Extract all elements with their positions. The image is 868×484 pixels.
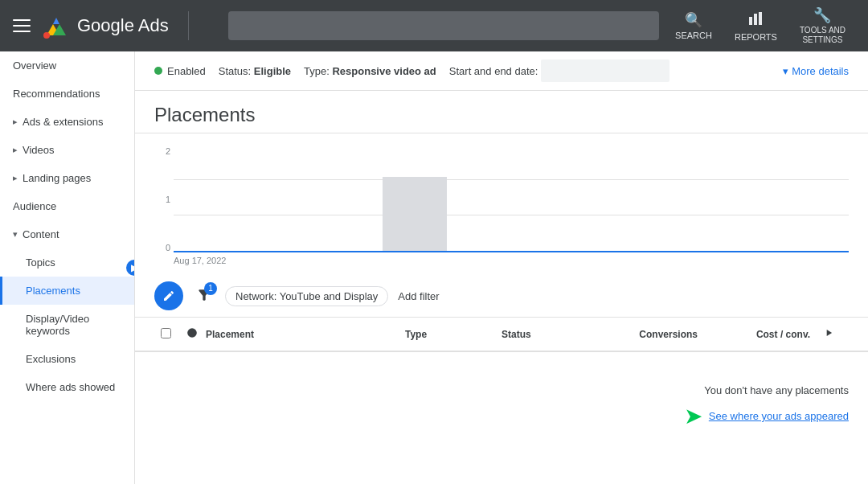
reports-action-icon <box>747 10 764 31</box>
svg-rect-8 <box>759 12 762 25</box>
logo: Google Ads <box>42 11 169 40</box>
header-left: Google Ads <box>13 11 222 40</box>
status-col-header <box>180 324 199 344</box>
more-details-label: More details <box>792 65 849 77</box>
checkbox-header <box>154 325 180 344</box>
sidebar-item-label: Recommendations <box>13 88 100 100</box>
app-body: OverviewRecommendations▸Ads & extensions… <box>0 51 868 484</box>
type-field: Type: Responsive video ad <box>304 65 436 77</box>
more-details-btn[interactable]: ▾ More details <box>783 65 849 77</box>
logo-icon <box>42 11 71 40</box>
enabled-status: Enabled <box>154 65 206 77</box>
search-action-btn[interactable]: 🔍 SEARCH <box>665 6 722 45</box>
page-title: Placements <box>154 104 849 126</box>
sidebar-item-landing-pages[interactable]: ▸Landing pages <box>0 164 134 192</box>
table-header: Placement Type Status Conversions Cost /… <box>135 318 868 352</box>
filter-button[interactable]: 1 <box>193 284 215 309</box>
sidebar-item-recommendations[interactable]: Recommendations <box>0 80 134 108</box>
sidebar-item-label: Videos <box>23 144 55 156</box>
add-filter-label: Add filter <box>398 290 439 302</box>
sidebar-item-label: Landing pages <box>23 172 91 184</box>
svg-rect-6 <box>749 17 752 25</box>
empty-message: You don't have any placements <box>154 384 849 396</box>
chart-area: 2 1 0 Aug 17, 2022 <box>135 133 868 275</box>
status-field: Status: Eligible <box>219 65 291 77</box>
search-action-icon: 🔍 <box>685 11 702 29</box>
chevron-right-icon: ▸ <box>13 117 18 127</box>
sidebar-item-audience[interactable]: Audience <box>0 192 134 220</box>
header-actions: 🔍 SEARCH REPORTS 🔧 TOOLS ANDSETTINGS <box>665 2 855 50</box>
header-search-area <box>228 11 659 40</box>
network-filter-chip[interactable]: Network: YouTube and Display <box>225 286 388 306</box>
search-action-label: SEARCH <box>675 31 712 40</box>
arrow-icon: ➤ <box>684 403 702 429</box>
page-title-area: Placements <box>135 91 868 133</box>
status-label: Status: <box>219 65 251 77</box>
status-value: Eligible <box>254 65 291 77</box>
placement-col-header: Placement <box>199 326 399 343</box>
filter-chip-label: Network: YouTube and Display <box>235 290 378 302</box>
hamburger-menu[interactable] <box>13 16 32 35</box>
chevron-down-icon: ▾ <box>783 65 788 77</box>
svg-point-5 <box>43 32 50 39</box>
edit-button[interactable] <box>154 281 183 310</box>
reports-action-label: REPORTS <box>735 32 777 42</box>
chart-grid-line-1 <box>174 215 849 215</box>
sidebar-item-where-ads-showed[interactable]: Where ads showed <box>0 373 134 401</box>
chevron-right-icon: ▸ <box>13 145 18 155</box>
more-col-header <box>817 324 849 344</box>
type-col-header: Type <box>399 326 495 343</box>
sidebar-item-content[interactable]: ▾Content <box>0 220 134 248</box>
date-input[interactable] <box>541 59 669 82</box>
chart-x-label: Aug 17, 2022 <box>174 256 849 265</box>
app-title: Google Ads <box>77 15 169 36</box>
svg-rect-7 <box>754 14 757 25</box>
sidebar-item-label: Where ads showed <box>26 381 115 393</box>
status-bar: Enabled Status: Eligible Type: Responsiv… <box>135 51 868 91</box>
conversions-col-header: Conversions <box>592 326 704 343</box>
date-field: Start and end date: <box>449 59 669 82</box>
chart-grid-line-2 <box>174 179 849 180</box>
add-filter-button[interactable]: Add filter <box>398 290 439 302</box>
status-col-header2: Status <box>495 326 592 343</box>
y-label-0: 0 <box>154 243 170 252</box>
sidebar-item-label: Placements <box>26 285 80 297</box>
sidebar-item-label: Display/Video keywords <box>26 313 121 337</box>
sidebar-item-label: Audience <box>13 200 56 212</box>
sidebar-item-placements[interactable]: Placements <box>0 277 134 305</box>
chevron-right-icon: ▸ <box>13 173 18 183</box>
header-divider <box>188 11 189 40</box>
svg-marker-3 <box>53 18 59 24</box>
cost-conv-col-header: Cost / conv. <box>704 326 817 343</box>
svg-point-9 <box>187 328 197 338</box>
table-empty-area: You don't have any placements ➤ See wher… <box>135 352 868 461</box>
enabled-dot <box>154 67 162 75</box>
sidebar-item-label: Overview <box>13 59 56 72</box>
reports-action-btn[interactable]: REPORTS <box>725 6 787 47</box>
sidebar-item-videos[interactable]: ▸Videos <box>0 136 134 164</box>
sidebar-item-label: Content <box>23 228 59 240</box>
main-content: Enabled Status: Eligible Type: Responsiv… <box>135 51 868 484</box>
chart-container: 2 1 0 Aug 17, 2022 <box>174 146 849 275</box>
type-value: Responsive video ad <box>332 65 436 77</box>
sidebar-item-exclusions[interactable]: Exclusions <box>0 345 134 373</box>
select-all-checkbox[interactable] <box>161 328 171 338</box>
sidebar-item-topics[interactable]: Topics <box>0 248 134 277</box>
tools-action-label: TOOLS ANDSETTINGS <box>800 26 845 45</box>
see-where-link[interactable]: See where your ads appeared <box>709 410 849 422</box>
sidebar-item-label: Topics <box>26 256 55 269</box>
toolbar: 1 Network: YouTube and Display Add filte… <box>135 275 868 318</box>
sidebar-item-ads-extensions[interactable]: ▸Ads & extensions <box>0 108 134 136</box>
y-label-1: 1 <box>154 195 170 204</box>
date-label: Start and end date: <box>449 65 538 77</box>
sidebar-item-label: Exclusions <box>26 353 76 365</box>
chart-y-labels: 2 1 0 <box>154 146 170 252</box>
tools-action-btn[interactable]: 🔧 TOOLS ANDSETTINGS <box>790 2 855 50</box>
chevron-down-icon: ▾ <box>13 229 18 240</box>
sidebar-item-overview[interactable]: Overview <box>0 51 134 80</box>
sidebar-item-display-video[interactable]: Display/Video keywords <box>0 305 134 345</box>
header: Google Ads 🔍 SEARCH REPORTS 🔧 TOOLS ANDS… <box>0 0 868 51</box>
tools-action-icon: 🔧 <box>813 6 831 24</box>
type-label: Type: <box>304 65 330 77</box>
sidebar: OverviewRecommendations▸Ads & extensions… <box>0 51 135 484</box>
